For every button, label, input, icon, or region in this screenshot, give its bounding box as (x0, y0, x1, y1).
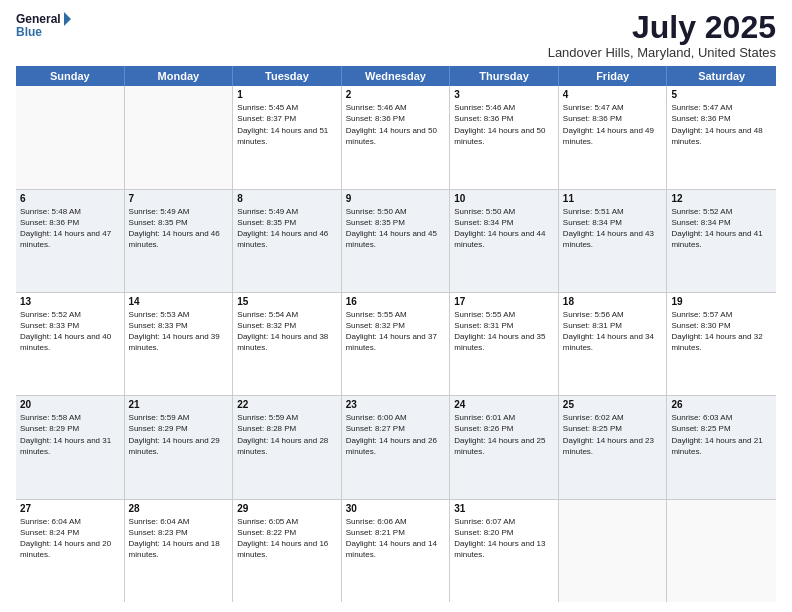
cell-detail: Sunrise: 5:50 AMSunset: 8:34 PMDaylight:… (454, 206, 554, 251)
calendar-cell (125, 86, 234, 188)
day-number: 15 (237, 296, 337, 307)
calendar-cell: 28Sunrise: 6:04 AMSunset: 8:23 PMDayligh… (125, 500, 234, 602)
cell-detail: Sunrise: 5:45 AMSunset: 8:37 PMDaylight:… (237, 102, 337, 147)
day-number: 21 (129, 399, 229, 410)
svg-text:Blue: Blue (16, 25, 42, 39)
logo: General Blue (16, 10, 72, 42)
calendar-cell: 4Sunrise: 5:47 AMSunset: 8:36 PMDaylight… (559, 86, 668, 188)
day-number: 12 (671, 193, 772, 204)
calendar-day-header: Monday (125, 66, 234, 86)
calendar-cell: 5Sunrise: 5:47 AMSunset: 8:36 PMDaylight… (667, 86, 776, 188)
day-number: 3 (454, 89, 554, 100)
calendar-cell: 18Sunrise: 5:56 AMSunset: 8:31 PMDayligh… (559, 293, 668, 395)
calendar-cell: 16Sunrise: 5:55 AMSunset: 8:32 PMDayligh… (342, 293, 451, 395)
day-number: 29 (237, 503, 337, 514)
cell-detail: Sunrise: 5:59 AMSunset: 8:29 PMDaylight:… (129, 412, 229, 457)
cell-detail: Sunrise: 6:07 AMSunset: 8:20 PMDaylight:… (454, 516, 554, 561)
cell-detail: Sunrise: 5:46 AMSunset: 8:36 PMDaylight:… (454, 102, 554, 147)
calendar-cell: 26Sunrise: 6:03 AMSunset: 8:25 PMDayligh… (667, 396, 776, 498)
day-number: 20 (20, 399, 120, 410)
calendar-cell: 8Sunrise: 5:49 AMSunset: 8:35 PMDaylight… (233, 190, 342, 292)
cell-detail: Sunrise: 6:06 AMSunset: 8:21 PMDaylight:… (346, 516, 446, 561)
calendar-cell: 23Sunrise: 6:00 AMSunset: 8:27 PMDayligh… (342, 396, 451, 498)
calendar-cell (16, 86, 125, 188)
calendar-week: 6Sunrise: 5:48 AMSunset: 8:36 PMDaylight… (16, 190, 776, 293)
cell-detail: Sunrise: 5:50 AMSunset: 8:35 PMDaylight:… (346, 206, 446, 251)
day-number: 24 (454, 399, 554, 410)
day-number: 7 (129, 193, 229, 204)
calendar-week: 27Sunrise: 6:04 AMSunset: 8:24 PMDayligh… (16, 500, 776, 602)
day-number: 26 (671, 399, 772, 410)
main-title: July 2025 (548, 10, 776, 45)
calendar-week: 1Sunrise: 5:45 AMSunset: 8:37 PMDaylight… (16, 86, 776, 189)
cell-detail: Sunrise: 5:57 AMSunset: 8:30 PMDaylight:… (671, 309, 772, 354)
day-number: 17 (454, 296, 554, 307)
cell-detail: Sunrise: 5:55 AMSunset: 8:32 PMDaylight:… (346, 309, 446, 354)
day-number: 11 (563, 193, 663, 204)
calendar-day-header: Sunday (16, 66, 125, 86)
logo-svg: General Blue (16, 10, 72, 42)
day-number: 8 (237, 193, 337, 204)
calendar-day-header: Thursday (450, 66, 559, 86)
calendar-week: 20Sunrise: 5:58 AMSunset: 8:29 PMDayligh… (16, 396, 776, 499)
cell-detail: Sunrise: 6:02 AMSunset: 8:25 PMDaylight:… (563, 412, 663, 457)
calendar-cell: 27Sunrise: 6:04 AMSunset: 8:24 PMDayligh… (16, 500, 125, 602)
day-number: 4 (563, 89, 663, 100)
day-number: 28 (129, 503, 229, 514)
cell-detail: Sunrise: 5:58 AMSunset: 8:29 PMDaylight:… (20, 412, 120, 457)
day-number: 18 (563, 296, 663, 307)
calendar-cell: 13Sunrise: 5:52 AMSunset: 8:33 PMDayligh… (16, 293, 125, 395)
day-number: 31 (454, 503, 554, 514)
cell-detail: Sunrise: 5:53 AMSunset: 8:33 PMDaylight:… (129, 309, 229, 354)
calendar-cell: 12Sunrise: 5:52 AMSunset: 8:34 PMDayligh… (667, 190, 776, 292)
calendar-cell: 17Sunrise: 5:55 AMSunset: 8:31 PMDayligh… (450, 293, 559, 395)
cell-detail: Sunrise: 5:46 AMSunset: 8:36 PMDaylight:… (346, 102, 446, 147)
day-number: 6 (20, 193, 120, 204)
day-number: 16 (346, 296, 446, 307)
day-number: 25 (563, 399, 663, 410)
calendar-cell: 2Sunrise: 5:46 AMSunset: 8:36 PMDaylight… (342, 86, 451, 188)
cell-detail: Sunrise: 6:04 AMSunset: 8:23 PMDaylight:… (129, 516, 229, 561)
day-number: 27 (20, 503, 120, 514)
calendar-cell: 3Sunrise: 5:46 AMSunset: 8:36 PMDaylight… (450, 86, 559, 188)
calendar-cell: 14Sunrise: 5:53 AMSunset: 8:33 PMDayligh… (125, 293, 234, 395)
cell-detail: Sunrise: 5:48 AMSunset: 8:36 PMDaylight:… (20, 206, 120, 251)
day-number: 14 (129, 296, 229, 307)
svg-text:General: General (16, 12, 61, 26)
day-number: 5 (671, 89, 772, 100)
calendar-day-header: Saturday (667, 66, 776, 86)
cell-detail: Sunrise: 5:47 AMSunset: 8:36 PMDaylight:… (671, 102, 772, 147)
calendar-week: 13Sunrise: 5:52 AMSunset: 8:33 PMDayligh… (16, 293, 776, 396)
calendar: SundayMondayTuesdayWednesdayThursdayFrid… (16, 66, 776, 602)
day-number: 19 (671, 296, 772, 307)
calendar-cell: 6Sunrise: 5:48 AMSunset: 8:36 PMDaylight… (16, 190, 125, 292)
calendar-body: 1Sunrise: 5:45 AMSunset: 8:37 PMDaylight… (16, 86, 776, 602)
cell-detail: Sunrise: 5:59 AMSunset: 8:28 PMDaylight:… (237, 412, 337, 457)
calendar-cell: 1Sunrise: 5:45 AMSunset: 8:37 PMDaylight… (233, 86, 342, 188)
svg-marker-2 (64, 12, 71, 26)
cell-detail: Sunrise: 6:01 AMSunset: 8:26 PMDaylight:… (454, 412, 554, 457)
calendar-cell: 29Sunrise: 6:05 AMSunset: 8:22 PMDayligh… (233, 500, 342, 602)
calendar-day-header: Wednesday (342, 66, 451, 86)
calendar-cell: 25Sunrise: 6:02 AMSunset: 8:25 PMDayligh… (559, 396, 668, 498)
cell-detail: Sunrise: 6:03 AMSunset: 8:25 PMDaylight:… (671, 412, 772, 457)
day-number: 22 (237, 399, 337, 410)
cell-detail: Sunrise: 5:55 AMSunset: 8:31 PMDaylight:… (454, 309, 554, 354)
calendar-cell: 21Sunrise: 5:59 AMSunset: 8:29 PMDayligh… (125, 396, 234, 498)
calendar-cell: 15Sunrise: 5:54 AMSunset: 8:32 PMDayligh… (233, 293, 342, 395)
calendar-cell: 31Sunrise: 6:07 AMSunset: 8:20 PMDayligh… (450, 500, 559, 602)
day-number: 30 (346, 503, 446, 514)
calendar-cell: 19Sunrise: 5:57 AMSunset: 8:30 PMDayligh… (667, 293, 776, 395)
calendar-cell: 11Sunrise: 5:51 AMSunset: 8:34 PMDayligh… (559, 190, 668, 292)
cell-detail: Sunrise: 5:49 AMSunset: 8:35 PMDaylight:… (237, 206, 337, 251)
cell-detail: Sunrise: 5:54 AMSunset: 8:32 PMDaylight:… (237, 309, 337, 354)
subtitle: Landover Hills, Maryland, United States (548, 45, 776, 60)
cell-detail: Sunrise: 5:52 AMSunset: 8:34 PMDaylight:… (671, 206, 772, 251)
day-number: 23 (346, 399, 446, 410)
day-number: 2 (346, 89, 446, 100)
cell-detail: Sunrise: 6:04 AMSunset: 8:24 PMDaylight:… (20, 516, 120, 561)
calendar-cell: 30Sunrise: 6:06 AMSunset: 8:21 PMDayligh… (342, 500, 451, 602)
calendar-cell: 7Sunrise: 5:49 AMSunset: 8:35 PMDaylight… (125, 190, 234, 292)
day-number: 13 (20, 296, 120, 307)
day-number: 10 (454, 193, 554, 204)
